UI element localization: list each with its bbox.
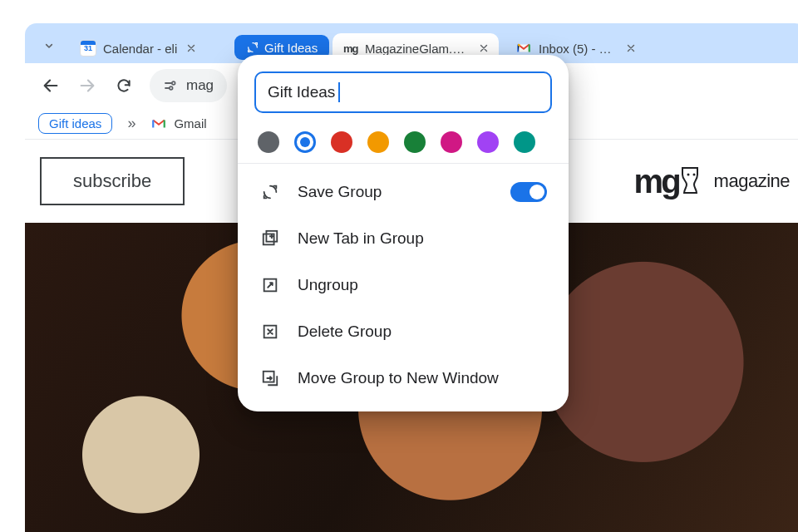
- tab-group-label: Gift Ideas: [264, 41, 318, 55]
- menu-delete-group[interactable]: Delete Group: [254, 308, 552, 355]
- tab-group-menu: Gift Ideas Save Group New Tab in Group U…: [238, 55, 569, 411]
- save-group-toggle[interactable]: [510, 182, 547, 202]
- tab-close-button[interactable]: [184, 41, 199, 56]
- color-red[interactable]: [331, 131, 352, 153]
- subscribe-label: subscribe: [73, 170, 151, 191]
- menu-label: New Tab in Group: [298, 229, 424, 248]
- close-icon: [185, 42, 197, 54]
- menu-label: Move Group to New Window: [298, 369, 499, 387]
- bookmark-chip-label: Gift ideas: [49, 116, 101, 131]
- group-name-input[interactable]: Gift Ideas: [254, 71, 552, 113]
- color-grey[interactable]: [258, 131, 279, 153]
- bookmark-overflow-chevrons[interactable]: »: [127, 115, 135, 132]
- nav-forward-button[interactable]: [71, 70, 103, 101]
- bookmark-label: Gmail: [174, 116, 206, 131]
- svg-point-1: [170, 86, 173, 90]
- gmail-icon: [150, 116, 167, 132]
- arrow-left-icon: [42, 76, 60, 95]
- svg-point-2: [687, 174, 689, 176]
- menu-new-tab-in-group[interactable]: New Tab in Group: [254, 215, 552, 262]
- color-teal[interactable]: [514, 131, 535, 153]
- move-window-icon: [259, 369, 281, 387]
- bookmark-group-chip[interactable]: Gift ideas: [38, 113, 112, 134]
- reload-icon: [116, 77, 132, 94]
- omnibox[interactable]: mag: [150, 69, 227, 102]
- color-blue[interactable]: [294, 131, 316, 153]
- delete-group-icon: [259, 323, 281, 341]
- close-icon: [625, 42, 637, 54]
- arrow-right-icon: [78, 76, 96, 95]
- menu-label: Ungroup: [298, 276, 358, 294]
- mg-icon: mg: [342, 40, 358, 57]
- menu-save-group[interactable]: Save Group: [254, 169, 552, 215]
- group-color-picker: [258, 131, 549, 153]
- tab-title: Calendar - eli: [103, 42, 177, 56]
- tab-close-button[interactable]: [623, 41, 638, 56]
- brand: mg magazine: [634, 163, 790, 200]
- svg-rect-8: [264, 372, 274, 382]
- close-icon: [478, 42, 490, 54]
- svg-point-3: [692, 174, 695, 176]
- calendar-icon: [80, 40, 96, 57]
- new-tab-icon: [259, 229, 281, 248]
- chevron-down-icon: [42, 39, 56, 52]
- color-pink[interactable]: [441, 131, 462, 153]
- menu-label: Save Group: [298, 183, 382, 201]
- brand-logo: mg: [634, 163, 702, 200]
- subscribe-button[interactable]: subscribe: [40, 157, 185, 205]
- omnibox-text: mag: [186, 77, 214, 94]
- menu-label: Delete Group: [298, 323, 392, 341]
- brand-text: magazine: [714, 170, 790, 192]
- sync-icon: [246, 41, 259, 54]
- tune-icon: [163, 78, 178, 93]
- tab-title: Inbox (5) - elis: [539, 42, 617, 56]
- tab-calendar[interactable]: Calendar - eli: [70, 33, 228, 63]
- gmail-icon: [515, 40, 532, 57]
- ungroup-icon: [259, 276, 281, 294]
- tabs-dropdown-button[interactable]: [35, 32, 63, 60]
- nav-back-button[interactable]: [35, 70, 66, 101]
- svg-point-0: [172, 81, 175, 85]
- color-green[interactable]: [404, 131, 426, 153]
- color-purple[interactable]: [477, 131, 499, 153]
- text-caret: [338, 82, 340, 102]
- nav-reload-button[interactable]: [108, 70, 140, 101]
- tab-title: MagazineGlam.com: [365, 42, 470, 56]
- menu-move-group-new-window[interactable]: Move Group to New Window: [254, 355, 552, 401]
- color-orange[interactable]: [367, 131, 389, 153]
- menu-ungroup[interactable]: Ungroup: [254, 262, 552, 308]
- face-logo-icon: [677, 165, 702, 198]
- divider: [238, 163, 569, 164]
- sync-icon: [259, 183, 281, 201]
- bookmark-gmail[interactable]: Gmail: [150, 116, 206, 132]
- tab-close-button[interactable]: [476, 41, 490, 56]
- group-name-value: Gift Ideas: [268, 83, 335, 101]
